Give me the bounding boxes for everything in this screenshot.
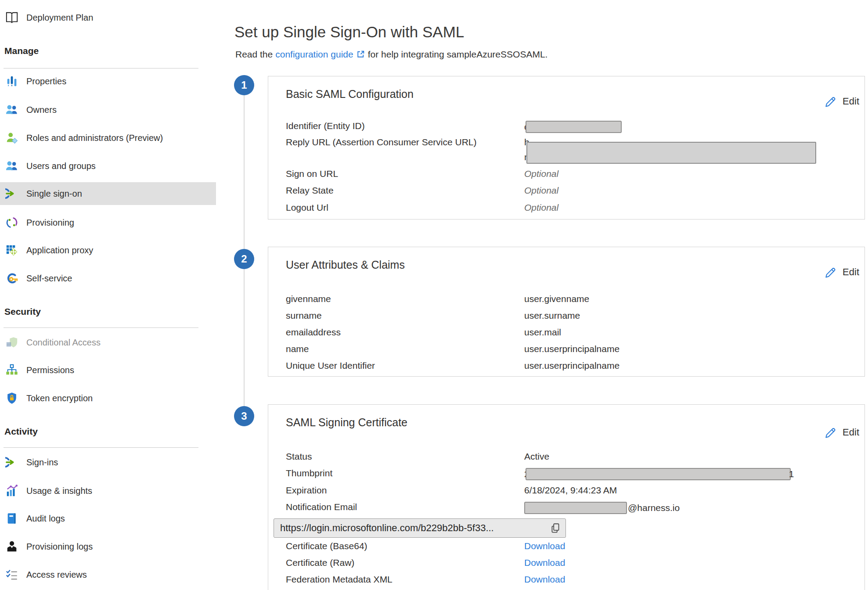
intro-prefix: Read the [235,49,273,60]
claim-name: name [286,344,524,354]
sidebar: Deployment Plan Manage Properties Owners… [0,0,216,590]
edit-claims-button[interactable]: Edit [824,266,859,279]
field-label: Relay State [286,185,524,196]
intro-suffix: for help integrating sampleAzureSSOSAML. [368,49,548,60]
redacted-suffix: 1 [789,469,794,479]
edit-certificate-button[interactable]: Edit [824,426,859,439]
step-number-3: 3 [234,406,254,426]
field-label: Sign on URL [286,169,524,179]
sidebar-item-label: Audit logs [26,514,65,524]
audit-log-book-icon [5,512,18,525]
intro-line: Read the configuration guide for help in… [235,49,547,60]
properties-sliders-icon [5,75,18,88]
field-row: Relay State Optional [286,185,558,196]
edit-basic-saml-button[interactable]: Edit [824,95,859,108]
sso-saml-page: Deployment Plan Manage Properties Owners… [0,0,868,590]
claim-row: givenname user.givenname [286,294,589,304]
sidebar-item-label: Owners [26,105,57,115]
field-label: Certificate (Raw) [286,558,524,568]
redaction-box [524,502,627,514]
divider [4,68,198,68]
field-row: Reply URL (Assertion Consumer Service UR… [286,137,832,166]
checklist-icon [5,568,18,581]
external-link-icon [356,49,365,60]
sidebar-item-single-sign-on[interactable]: Single sign-on [0,182,216,205]
redacted-multiline-value: h n [524,137,832,166]
shield-list-icon [5,336,18,349]
field-label: Thumbprint [286,468,524,478]
sidebar-section-security: Security [4,306,41,317]
field-row: Certificate (Raw) Download [286,558,565,568]
sidebar-item-usage-insights[interactable]: Usage & insights [0,479,216,502]
sidebar-section-manage: Manage [4,46,39,56]
sidebar-item-label: Provisioning [26,218,74,228]
download-certificate-raw-link[interactable]: Download [524,558,565,568]
field-row: Federation Metadata XML Download [286,574,565,585]
app-federation-metadata-url-field[interactable]: https://login.microsoftonline.com/b229b2… [274,518,566,538]
notification-email-value: r @harness.io [524,502,680,514]
book-icon [5,11,18,24]
sidebar-item-label: Token encryption [26,393,93,403]
sidebar-item-label: Provisioning logs [26,542,93,552]
sidebar-item-provisioning-logs[interactable]: Provisioning logs [0,535,216,558]
download-federation-metadata-link[interactable]: Download [524,574,565,585]
sidebar-item-label: Roles and administrators (Preview) [26,133,163,143]
provisioning-sync-icon [5,216,18,229]
field-row: Logout Url Optional [286,202,558,213]
claim-value: user.mail [524,327,561,338]
edit-label: Edit [843,96,859,107]
field-row: Thumbprint 2 1 [286,468,794,480]
user-attributes-claims-card: User Attributes & Claims Edit givenname … [268,247,865,377]
sidebar-section-activity: Activity [4,426,38,437]
sidebar-item-permissions[interactable]: Permissions [0,359,216,381]
sidebar-item-roles-administrators[interactable]: Roles and administrators (Preview) [0,126,216,149]
certificate-status-value: Active [524,451,549,462]
expiration-value: 6/18/2024, 9:44:23 AM [524,485,617,496]
sidebar-item-label: Single sign-on [26,189,82,199]
configuration-guide-link[interactable]: configuration guide [275,49,353,60]
pencil-icon [824,266,837,279]
sidebar-item-properties[interactable]: Properties [0,70,216,93]
field-row: Status Active [286,451,549,462]
sidebar-item-deployment-plan[interactable]: Deployment Plan [0,6,216,29]
card-title: Basic SAML Configuration [286,88,414,101]
step-number-1: 1 [234,75,254,95]
field-row: Notification Email r @harness.io [286,502,680,514]
sidebar-item-provisioning[interactable]: Provisioning [0,211,216,234]
sidebar-item-label: Access reviews [26,570,87,580]
sidebar-item-users-groups[interactable]: Users and groups [0,155,216,177]
claim-name: surname [286,310,524,321]
field-label: Status [286,451,524,462]
field-label: Expiration [286,485,524,496]
sidebar-item-application-proxy[interactable]: Application proxy [0,239,216,262]
divider [4,447,198,448]
org-chart-icon [5,363,18,377]
claim-value: user.givenname [524,294,589,304]
redaction-box [526,121,622,133]
claim-name: emailaddress [286,327,524,338]
step-number-2: 2 [234,249,254,269]
sidebar-item-owners[interactable]: Owners [0,98,216,121]
download-certificate-base64-link[interactable]: Download [524,541,565,551]
sidebar-item-conditional-access[interactable]: Conditional Access [0,331,216,354]
copy-icon[interactable] [550,522,561,534]
field-label: Identifier (Entity ID) [286,121,524,131]
divider [4,327,198,328]
sidebar-item-label: Permissions [26,365,74,375]
field-value-optional: Optional [524,169,558,179]
sidebar-item-self-service[interactable]: Self-service [0,267,216,290]
single-sign-on-arrow-icon [5,187,18,200]
claim-name: givenname [286,294,524,304]
people-icon [5,159,18,173]
sidebar-item-sign-ins[interactable]: Sign-ins [0,451,216,474]
chart-insights-icon [5,484,18,497]
sidebar-item-token-encryption[interactable]: Token encryption [0,387,216,410]
sidebar-item-access-reviews[interactable]: Access reviews [0,563,216,586]
field-label: Logout Url [286,202,524,213]
sidebar-item-audit-logs[interactable]: Audit logs [0,507,216,530]
field-row: Expiration 6/18/2024, 9:44:23 AM [286,485,617,496]
sidebar-item-label: Application proxy [26,245,93,255]
field-value: q [524,121,622,133]
field-label: Federation Metadata XML [286,574,524,585]
pencil-icon [824,426,837,439]
